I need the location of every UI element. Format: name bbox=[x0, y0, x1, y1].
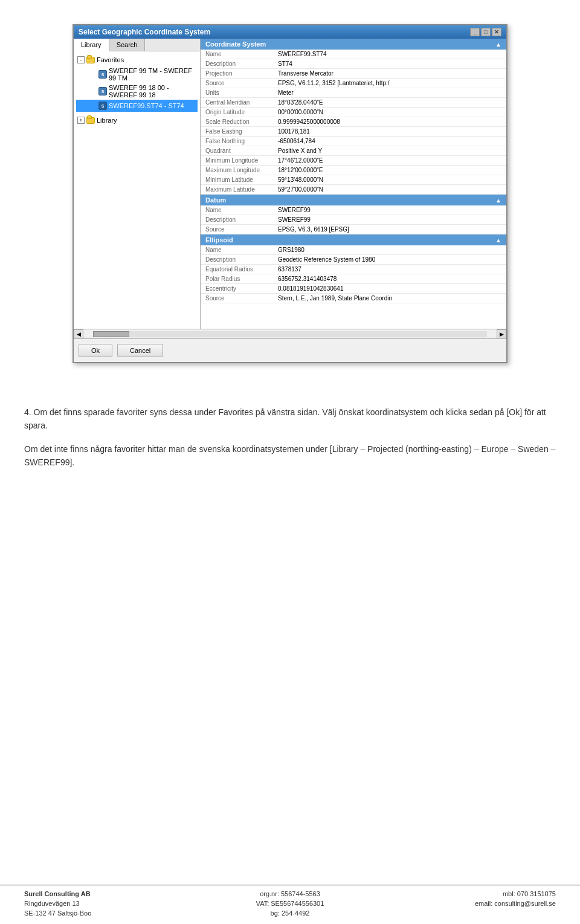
footer-vat-nr: VAT: SE556744556301 bbox=[256, 900, 324, 907]
sweref99st74-label: SWEREF99.ST74 - ST74 bbox=[109, 102, 184, 109]
datum-label-source: Source bbox=[201, 225, 273, 234]
datum-row-name: Name SWEREF99 bbox=[201, 205, 506, 215]
cs-value-maxlat: 59°27'00.0000"N bbox=[273, 185, 506, 195]
dialog-title: Select Geographic Coordinate System bbox=[79, 28, 210, 36]
ellipsoid-label-pr: Polar Radius bbox=[201, 274, 273, 284]
scroll-track bbox=[93, 331, 487, 337]
datum-header: Datum ▲ bbox=[201, 195, 506, 205]
cs-value-ol: 00°00'00.0000"N bbox=[273, 108, 506, 117]
cs-label-units: Units bbox=[201, 88, 273, 98]
footer-empty bbox=[379, 909, 556, 917]
cs-value-source: EPSG, V6.11.2, 3152 [Lantmateriet, http:… bbox=[273, 79, 506, 88]
crs-icon-2: S bbox=[98, 86, 108, 96]
cs-value-quad: Positive X and Y bbox=[273, 146, 506, 156]
cs-label-maxlon: Maximum Longitude bbox=[201, 166, 273, 175]
footer-mobile: mbl: 070 3151075 bbox=[379, 890, 556, 897]
cs-value-minlat: 59°13'48.0000"N bbox=[273, 175, 506, 185]
cs-row-quad: Quadrant Positive X and Y bbox=[201, 146, 506, 156]
horizontal-scrollbar[interactable]: ◀ ▶ bbox=[74, 329, 506, 338]
cs-value-cm: 18°03'28.0440"E bbox=[273, 98, 506, 108]
ellipsoid-value-source: Stern, L.E., Jan 1989, State Plane Coord… bbox=[273, 294, 506, 303]
ok-button[interactable]: Ok bbox=[79, 344, 112, 357]
datum-value-name: SWEREF99 bbox=[273, 205, 506, 215]
datum-value-desc: SWEREF99 bbox=[273, 215, 506, 225]
footer-city-name: SE-132 47 Saltsjö-Boo bbox=[24, 909, 91, 917]
cs-value-maxlon: 18°12'00.0000"E bbox=[273, 166, 506, 175]
coordinate-system-table: Name SWEREF99.ST74 Description ST74 Proj… bbox=[201, 50, 506, 195]
paragraph-1: 4. Om det finns sparade favoriter syns d… bbox=[24, 405, 556, 433]
left-panel: Library Search - Favorites bbox=[74, 39, 201, 329]
ellipsoid-row-ecc: Eccentricity 0.081819191042830641 bbox=[201, 284, 506, 294]
paragraph-2: Om det inte finns några favoriter hittar… bbox=[24, 442, 556, 470]
dialog-body: Library Search - Favorites bbox=[74, 39, 506, 329]
footer-bg-nr: bg: 254-4492 bbox=[271, 909, 310, 917]
expand-favorites[interactable]: - bbox=[77, 56, 85, 63]
ellipsoid-value-ecc: 0.081819191042830641 bbox=[273, 284, 506, 294]
cs-row-maxlat: Maximum Latitude 59°27'00.0000"N bbox=[201, 185, 506, 195]
ellipsoid-value-pr: 6356752.3141403478 bbox=[273, 274, 506, 284]
cs-label-proj: Projection bbox=[201, 69, 273, 79]
ellipsoid-value-name: GRS1980 bbox=[273, 245, 506, 255]
tree-item-favorites[interactable]: - Favorites bbox=[76, 54, 198, 66]
datum-header-title: Datum bbox=[205, 196, 226, 204]
datum-value-source: EPSG, V6.3, 6619 [EPSG] bbox=[273, 225, 506, 234]
cs-value-minlon: 17°46'12.0000"E bbox=[273, 156, 506, 166]
cs-label-minlat: Minimum Latitude bbox=[201, 175, 273, 185]
dialog-window: Select Geographic Coordinate System _ □ … bbox=[72, 24, 507, 363]
cs-row-cm: Central Meridian 18°03'28.0440"E bbox=[201, 98, 506, 108]
crs-icon-1: S bbox=[98, 69, 108, 79]
footer-city: SE-132 47 Saltsjö-Boo bbox=[24, 909, 201, 917]
scroll-thumb[interactable] bbox=[93, 331, 129, 337]
cs-label-maxlat: Maximum Latitude bbox=[201, 185, 273, 195]
expand-library[interactable]: + bbox=[77, 117, 85, 124]
folder-icon-library bbox=[86, 115, 95, 125]
cancel-button[interactable]: Cancel bbox=[117, 344, 163, 357]
sweref99tm-label: SWEREF 99 TM - SWEREF 99 TM bbox=[109, 67, 198, 82]
cs-row-minlat: Minimum Latitude 59°13'48.0000"N bbox=[201, 175, 506, 185]
scroll-left-btn[interactable]: ◀ bbox=[74, 329, 83, 339]
datum-row-source: Source EPSG, V6.3, 6619 [EPSG] bbox=[201, 225, 506, 234]
footer-company: Surell Consulting AB bbox=[24, 890, 201, 897]
footer-row-3: SE-132 47 Saltsjö-Boo bg: 254-4492 bbox=[24, 909, 556, 917]
footer-company-name: Surell Consulting AB bbox=[24, 890, 91, 897]
ellipsoid-label-er: Equatorial Radius bbox=[201, 265, 273, 274]
tree-item-sweref99st74[interactable]: S SWEREF99.ST74 - ST74 bbox=[76, 100, 198, 112]
footer-mobile-nr: mbl: 070 3151075 bbox=[503, 890, 556, 897]
folder-icon-favorites bbox=[86, 55, 95, 65]
scroll-right-btn[interactable]: ▶ bbox=[497, 329, 506, 339]
text-section: 4. Om det finns sparade favoriter syns d… bbox=[0, 387, 580, 491]
minimize-button[interactable]: _ bbox=[470, 28, 480, 36]
datum-row-desc: Description SWEREF99 bbox=[201, 215, 506, 225]
tab-search[interactable]: Search bbox=[109, 39, 146, 51]
cs-label-source: Source bbox=[201, 79, 273, 88]
tree-item-library[interactable]: + Library bbox=[76, 114, 198, 126]
maximize-button[interactable]: □ bbox=[481, 28, 491, 36]
ellipsoid-row-er: Equatorial Radius 6378137 bbox=[201, 265, 506, 274]
right-panel: Coordinate System ▲ Name SWEREF99.ST74 D… bbox=[201, 39, 506, 329]
cs-row-units: Units Meter bbox=[201, 88, 506, 98]
sweref9918-label: SWEREF 99 18 00 - SWEREF 99 18 bbox=[109, 84, 198, 99]
ellipsoid-row-desc: Description Geodetic Reference System of… bbox=[201, 255, 506, 265]
cs-label-minlon: Minimum Longitude bbox=[201, 156, 273, 166]
close-button[interactable]: ✕ bbox=[492, 28, 501, 36]
datum-table: Name SWEREF99 Description SWEREF99 Sourc… bbox=[201, 205, 506, 234]
cs-row-fn: False Northing -6500614,784 bbox=[201, 137, 506, 146]
cs-label-fe: False Easting bbox=[201, 127, 273, 137]
titlebar-controls: _ □ ✕ bbox=[470, 28, 501, 36]
cs-value-proj: Transverse Mercator bbox=[273, 69, 506, 79]
tree-item-sweref9918[interactable]: S SWEREF 99 18 00 - SWEREF 99 18 bbox=[76, 83, 198, 100]
dialog-titlebar: Select Geographic Coordinate System _ □ … bbox=[74, 25, 506, 39]
cs-row-proj: Projection Transverse Mercator bbox=[201, 69, 506, 79]
cs-value-units: Meter bbox=[273, 88, 506, 98]
tree-item-sweref99tm[interactable]: S SWEREF 99 TM - SWEREF 99 TM bbox=[76, 66, 198, 83]
cs-value-desc: ST74 bbox=[273, 59, 506, 69]
cs-label-fn: False Northing bbox=[201, 137, 273, 146]
ellipsoid-chevron: ▲ bbox=[495, 237, 501, 244]
cs-label-cm: Central Meridian bbox=[201, 98, 273, 108]
tab-library[interactable]: Library bbox=[74, 39, 109, 51]
cs-label-name: Name bbox=[201, 50, 273, 59]
ellipsoid-label-source: Source bbox=[201, 294, 273, 303]
footer-org-nr: org.nr: 556744-5563 bbox=[260, 890, 320, 897]
cs-row-minlon: Minimum Longitude 17°46'12.0000"E bbox=[201, 156, 506, 166]
cs-row-source: Source EPSG, V6.11.2, 3152 [Lantmateriet… bbox=[201, 79, 506, 88]
